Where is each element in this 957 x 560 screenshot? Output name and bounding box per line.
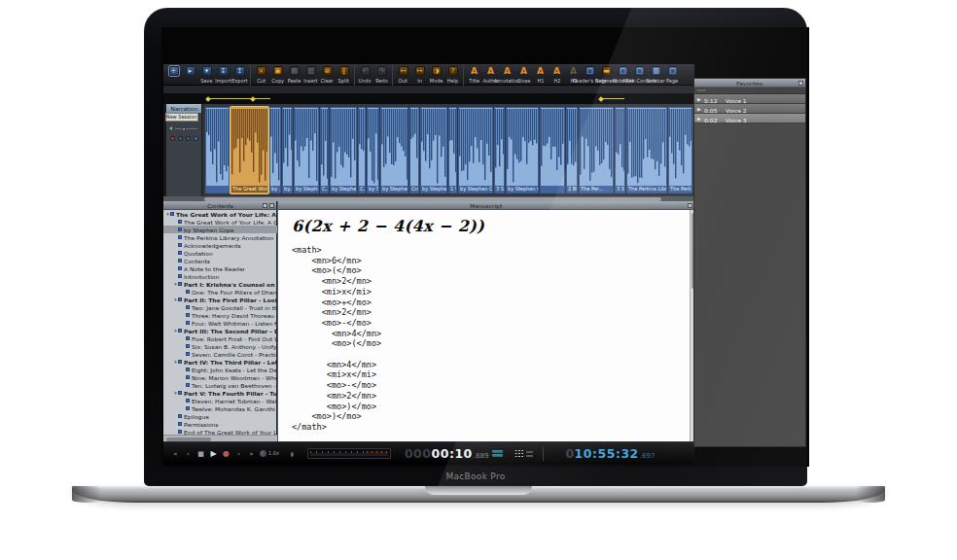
audio-clip[interactable]: 3 S... (494, 107, 505, 193)
toolbar-button-insert[interactable]: ▥Insert (302, 65, 319, 86)
audio-clip[interactable]: C... (358, 107, 366, 193)
toolbar-button-page[interactable]: ▢Page (664, 65, 681, 86)
tree-item-one-the-four-pillars-of-dharma[interactable]: One: The Four Pillars of Dharma (163, 288, 277, 296)
tree-item-part-i-krishna-s-counsel-on-the-field-o[interactable]: ▾Part I: Krishna's Counsel on the Field … (163, 280, 277, 288)
play-icon[interactable]: ▶ (694, 116, 704, 122)
audio-clip[interactable]: The Per... (579, 107, 614, 193)
go-to-start-button[interactable]: « (169, 442, 182, 466)
tree-item-eight-john-keats-let-the-desire-g[interactable]: Eight: John Keats - Let the Desire G (163, 366, 277, 373)
panel-button[interactable] (263, 203, 267, 208)
play-icon[interactable]: ▶ (694, 96, 704, 102)
audio-clip[interactable]: by S... (367, 107, 379, 193)
expander-icon[interactable]: ▾ (174, 390, 177, 396)
tree-item-seven-camille-corot-practice-deli[interactable]: Seven: Camille Corot - Practice Deli (163, 350, 277, 358)
record-button[interactable]: ● (220, 442, 232, 466)
contents-title-bar[interactable]: Contents (163, 201, 276, 210)
audio-clip[interactable]: by Stephen Co... (420, 107, 447, 193)
audio-clip[interactable]: by Stephen Cope (506, 107, 539, 193)
tree-item-introduction[interactable]: Introduction (163, 272, 277, 280)
audio-clip[interactable] (205, 107, 230, 193)
loop-region-line[interactable] (208, 98, 270, 99)
toolbar-button-close[interactable]: AClose (515, 65, 532, 86)
favorite-item-voice-3[interactable]: ▶0:02Voice 3 (694, 114, 805, 123)
timecode-mode-icon[interactable] (492, 449, 503, 459)
toolbar-button-note-content[interactable]: ▢Note-Content (631, 65, 648, 86)
tree-item-epilogue[interactable]: Epilogue (163, 412, 277, 420)
marker-diamond-icon[interactable] (205, 96, 211, 102)
toolbar-button-sidebar[interactable]: ▥Sidebar (648, 65, 664, 86)
audio-clip[interactable]: by Stephen... (294, 107, 319, 193)
tree-item-the-great-work-of-your-life-a-guide-t[interactable]: The Great Work of Your Life: A Guide t (163, 218, 277, 226)
scroll-thumb[interactable] (204, 197, 661, 201)
play-icon[interactable]: ▶ (694, 106, 704, 112)
audio-clip[interactable]: by ... (269, 107, 281, 193)
scroll-thumb[interactable] (166, 438, 211, 441)
speed-knob-icon[interactable] (260, 450, 266, 457)
expander-icon[interactable]: ▾ (174, 359, 177, 365)
contents-hscrollbar[interactable] (163, 435, 277, 441)
audio-clip[interactable]: by... (282, 107, 293, 193)
tree-item-contents[interactable]: Contents (163, 257, 277, 264)
panel-close-button[interactable] (269, 203, 274, 208)
audio-clip[interactable]: The Perkins Libra... (626, 107, 667, 193)
toolbar-button-annotation[interactable]: AAnnotation (499, 65, 515, 86)
audio-clip[interactable]: by Stephen Cope (458, 107, 493, 193)
tree-item-end-of-the-great-work-of-your-life-a[interactable]: End of The Great Work of Your Life: A (163, 428, 277, 435)
tree-item-part-ii-the-first-pillar-look-to-your-g[interactable]: ▾Part II: The First Pillar - Look to You… (163, 296, 277, 303)
timeline-ruler[interactable]: 00:0000:0200:0400:0600:0800:1000:1200:14… (163, 86, 694, 94)
stop-button[interactable]: ■ (195, 442, 207, 466)
go-to-end-button[interactable]: » (245, 442, 258, 466)
expander-icon[interactable]: ▾ (174, 297, 177, 302)
audio-clip[interactable]: by Stephen C... (330, 107, 357, 193)
loop-region-line[interactable] (601, 98, 624, 99)
tree-item-four-walt-whitman-listen-for-the[interactable]: Four: Walt Whitman - Listen for the (163, 319, 277, 327)
marker-diamond-icon[interactable] (250, 96, 256, 102)
audio-clip[interactable]: Cnt... (409, 107, 419, 193)
expander-icon[interactable]: ▾ (174, 328, 177, 333)
volume-slider[interactable] (169, 124, 198, 132)
toolbar-button-undo[interactable]: ↶Undo (357, 65, 373, 86)
audio-clip[interactable]: 3 Se... (615, 107, 625, 193)
audio-clip[interactable]: The Perkins... (668, 107, 692, 193)
panel-close-button[interactable] (798, 81, 803, 86)
marker-grid-icon[interactable] (514, 449, 524, 458)
monitor-button[interactable] (194, 136, 198, 141)
speed-stepper[interactable]: ▲▼ (291, 451, 294, 457)
tree-item-ten-ludwig-van-beethoven-turn-t[interactable]: Ten: Ludwig van Beethoven - Turn t (163, 381, 277, 389)
manuscript-body[interactable]: 6(2x + 2 − 4(4x − 2)) <math> <mn>6</mn> … (278, 210, 691, 441)
manuscript-title-bar[interactable]: Manuscript (278, 201, 694, 210)
solo-button[interactable] (186, 136, 191, 141)
expander-icon[interactable]: ▾ (166, 211, 169, 217)
fast-forward-button[interactable]: › (232, 442, 245, 466)
tree-item-acknowledgements[interactable]: Acknowledgements (163, 241, 277, 249)
audio-clip[interactable]: 1 S... (448, 107, 457, 193)
play-button[interactable]: ▶ (207, 442, 220, 466)
tree-item-six-susan-b-anthony-unify[interactable]: Six: Susan B. Anthony - Unify! (163, 342, 277, 350)
tree-item-three-henry-david-thoreau-think[interactable]: Three: Henry David Thoreau - Think (163, 311, 277, 319)
toolbar-button-import[interactable]: ↧Import (215, 65, 231, 86)
panel-close-button[interactable] (688, 203, 692, 208)
audio-clip[interactable]: by Stephen C... (380, 107, 408, 193)
tree-item-two-jane-goodall-trust-in-the-gift[interactable]: Two: Jane Goodall - Trust in the Gift (163, 303, 277, 311)
speed-control[interactable]: 1.0x ▲▼ (260, 448, 294, 459)
track-title[interactable]: Narration (166, 104, 201, 113)
tree-item-permissions[interactable]: Permissions (163, 420, 277, 428)
toolbar-button-export[interactable]: ↥Export (231, 65, 248, 86)
record-arm-button[interactable] (170, 136, 175, 141)
audio-clip[interactable] (540, 107, 565, 193)
tree-item-by-stephen-cope[interactable]: by Stephen Cope (163, 226, 277, 233)
audio-clip[interactable]: The Great Work of Your Li (230, 107, 268, 193)
tree-item-the-perkins-library-annotation[interactable]: The Perkins Library Annotation (163, 233, 277, 241)
tree-item-part-v-the-fourth-pillar-turn-it-over[interactable]: ▾Part V: The Fourth Pillar - Turn It Ove… (163, 389, 277, 397)
tree-item-part-iii-the-second-pillar-do-it-full-o[interactable]: ▾Part III: The Second Pillar - Do It Ful… (163, 327, 277, 334)
mute-button[interactable] (178, 136, 183, 141)
tree-item-twelve-mohandas-k-gandhi-take[interactable]: Twelve: Mohandas K. Gandhi - Take (163, 404, 277, 412)
expander-icon[interactable]: ▾ (174, 281, 177, 287)
tree-item-a-note-to-the-reader[interactable]: A Note to the Reader (163, 264, 277, 272)
toolbar-button-mode[interactable]: ◑Mode (428, 65, 444, 86)
rewind-button[interactable]: ‹ (182, 442, 195, 466)
toolbar-button-clear[interactable]: ⊗Clear (319, 65, 336, 86)
favorites-title-bar[interactable]: Favorites (694, 79, 805, 88)
toolbar-button-paste[interactable]: ▤Paste (286, 65, 302, 86)
toolbar-button-redo[interactable]: ↷Redo (373, 65, 390, 86)
